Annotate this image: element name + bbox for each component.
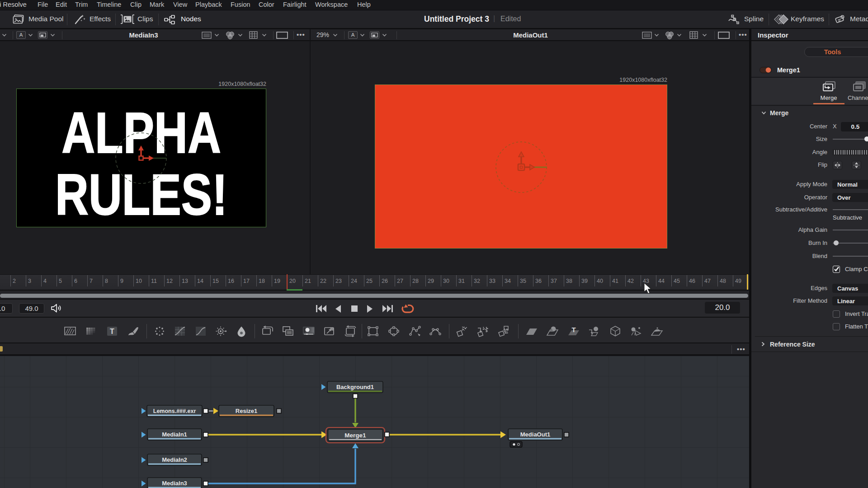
svg-text:Merge1: Merge1 [344,432,366,439]
svg-text:MediaIn3: MediaIn3 [162,480,187,487]
svg-text:T: T [571,326,576,333]
svg-text:MediaIn1: MediaIn1 [162,431,187,438]
svg-text:Background1: Background1 [336,384,374,390]
svg-text:T: T [110,328,114,335]
svg-text:Resize1: Resize1 [236,408,257,414]
svg-text:Lemons.###.exr: Lemons.###.exr [153,408,196,414]
svg-text:MediaIn2: MediaIn2 [162,456,187,463]
svg-text:MediaOut1: MediaOut1 [520,431,550,438]
